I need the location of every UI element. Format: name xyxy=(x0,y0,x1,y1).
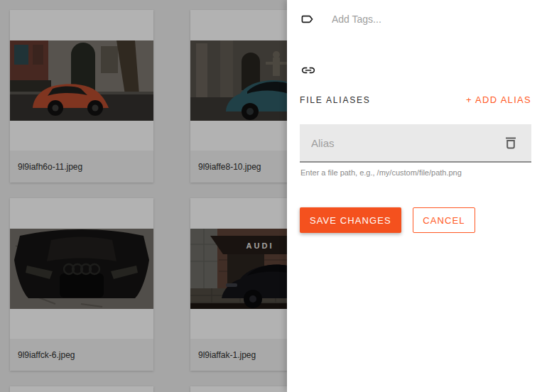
file-aliases-header: FILE ALIASES + ADD ALIAS xyxy=(300,94,531,105)
alias-field-row xyxy=(300,124,531,163)
tag-icon xyxy=(300,12,315,26)
app-window: 9l9iafh6o-11.jpeg xyxy=(0,0,542,392)
add-alias-button[interactable]: + ADD ALIAS xyxy=(466,94,531,105)
tags-row xyxy=(300,12,488,26)
alias-helper-text: Enter a file path, e.g., /my/custom/file… xyxy=(300,168,462,177)
link-row xyxy=(301,65,315,78)
link-icon xyxy=(301,65,315,75)
cancel-button[interactable]: CANCEL xyxy=(413,207,475,233)
delete-alias-button[interactable] xyxy=(503,135,519,151)
drawer-actions: SAVE CHANGES CANCEL xyxy=(300,207,475,233)
add-tags-input[interactable] xyxy=(332,13,488,25)
save-changes-button[interactable]: SAVE CHANGES xyxy=(300,207,401,233)
alias-input[interactable] xyxy=(300,137,503,149)
file-edit-drawer: FILE ALIASES + ADD ALIAS Enter a file pa… xyxy=(287,0,542,392)
trash-icon xyxy=(504,135,518,151)
file-aliases-label: FILE ALIASES xyxy=(300,95,371,105)
